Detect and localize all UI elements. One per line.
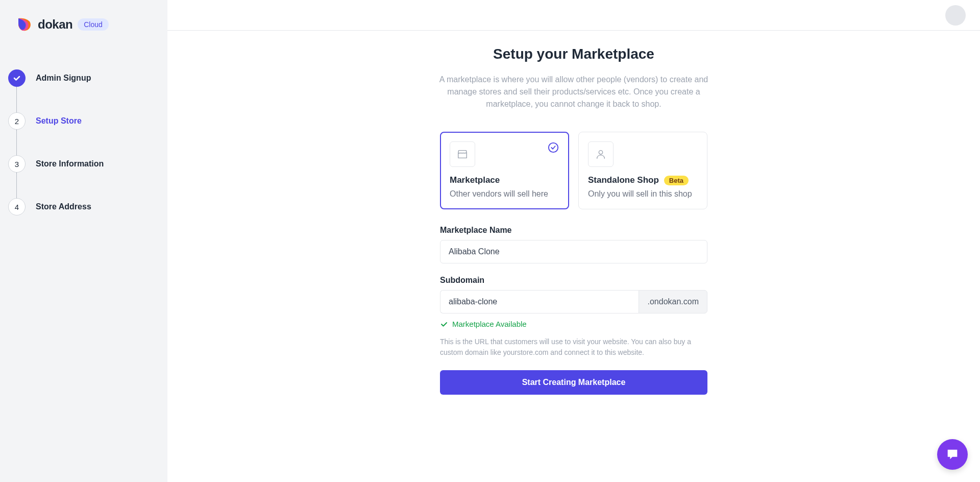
step-store-address: 4 Store Address	[8, 198, 159, 215]
logo-area: dokan Cloud	[0, 10, 167, 39]
step-label: Store Information	[36, 159, 104, 168]
svg-point-1	[599, 151, 602, 154]
card-title: Marketplace	[450, 175, 500, 185]
step-label: Admin Signup	[36, 74, 91, 83]
availability-text: Marketplace Available	[452, 320, 527, 328]
start-creating-button[interactable]: Start Creating Marketplace	[440, 370, 707, 395]
step-connector	[16, 130, 17, 156]
form-area: Marketplace Other vendors will sell here	[440, 132, 707, 395]
subdomain-group: Subdomain .ondokan.com Marketplace Avail…	[440, 276, 707, 358]
subdomain-input[interactable]	[440, 290, 639, 314]
card-icon-box	[450, 141, 475, 167]
step-store-information: 3 Store Information	[8, 155, 159, 173]
marketplace-name-input[interactable]	[440, 240, 707, 263]
step-connector	[16, 173, 17, 199]
avatar[interactable]	[945, 5, 966, 26]
subdomain-row: .ondokan.com	[440, 290, 707, 314]
card-icon-box	[588, 141, 614, 167]
brand-name: dokan	[38, 17, 72, 32]
marketplace-name-group: Marketplace Name	[440, 226, 707, 263]
card-description: Only you will sell in this shop	[588, 188, 698, 200]
step-indicator-current: 2	[8, 112, 26, 130]
content-area: Setup your Marketplace A marketplace is …	[167, 31, 980, 482]
beta-badge: Beta	[664, 176, 689, 185]
user-icon	[595, 149, 606, 160]
selected-check-icon	[548, 142, 559, 155]
main-content: Setup your Marketplace A marketplace is …	[167, 0, 980, 482]
chat-icon	[945, 447, 960, 462]
step-indicator-completed	[8, 69, 26, 87]
chat-button[interactable]	[937, 439, 968, 470]
marketplace-name-label: Marketplace Name	[440, 226, 707, 235]
svg-point-0	[549, 143, 558, 152]
cloud-badge: Cloud	[78, 18, 109, 31]
step-connector	[16, 87, 17, 113]
card-title: Standalone Shop	[588, 175, 659, 185]
store-icon	[457, 149, 468, 160]
card-description: Other vendors will sell here	[450, 188, 559, 200]
step-label: Store Address	[36, 202, 91, 211]
step-admin-signup: Admin Signup	[8, 69, 159, 87]
dokan-logo-icon	[16, 16, 33, 33]
subdomain-help-text: This is the URL that customers will use …	[440, 336, 707, 358]
top-bar	[167, 0, 980, 31]
subdomain-suffix: .ondokan.com	[639, 290, 707, 314]
page-description: A marketplace is where you will allow ot…	[431, 74, 717, 110]
step-setup-store: 2 Setup Store	[8, 112, 159, 130]
sidebar: dokan Cloud Admin Signup 2 Setup Store 3	[0, 0, 167, 482]
check-icon	[440, 320, 448, 328]
steps-list: Admin Signup 2 Setup Store 3 Store Infor…	[0, 39, 167, 215]
check-icon	[13, 74, 21, 82]
step-indicator-upcoming: 3	[8, 155, 26, 173]
standalone-shop-card[interactable]: Standalone Shop Beta Only you will sell …	[578, 132, 707, 209]
store-type-cards: Marketplace Other vendors will sell here	[440, 132, 707, 209]
page-title: Setup your Marketplace	[493, 46, 654, 62]
marketplace-card[interactable]: Marketplace Other vendors will sell here	[440, 132, 569, 209]
step-label: Setup Store	[36, 116, 82, 126]
step-indicator-upcoming: 4	[8, 198, 26, 215]
subdomain-label: Subdomain	[440, 276, 707, 285]
availability-status: Marketplace Available	[440, 320, 707, 328]
